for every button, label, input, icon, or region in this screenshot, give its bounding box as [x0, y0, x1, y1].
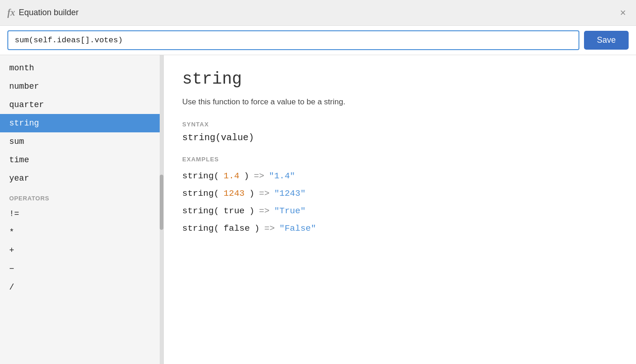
ex2-prefix: string(: [182, 185, 219, 202]
ex2-arrow: =>: [259, 185, 270, 202]
ex1-result: "1.4": [269, 167, 295, 185]
ex1-suffix: ): [244, 167, 249, 185]
sidebar-item-month[interactable]: month: [0, 59, 163, 77]
sidebar-item-neq[interactable]: !=: [0, 205, 163, 223]
scrollbar-track: [160, 55, 163, 364]
ex1-prefix: string(: [182, 167, 219, 185]
syntax-block: string(value): [182, 132, 618, 143]
content-title: string: [182, 70, 618, 89]
title-area: fx Equation builder: [7, 7, 79, 18]
main-area: month number quarter string sum time yea…: [0, 55, 636, 364]
sidebar-item-mul[interactable]: *: [0, 223, 163, 241]
fx-icon: fx: [7, 7, 15, 18]
example-4: string(false) => "False": [182, 220, 618, 237]
sidebar: month number quarter string sum time yea…: [0, 55, 164, 364]
content-description: Use this function to force a value to be…: [182, 96, 618, 108]
equation-input[interactable]: [7, 30, 579, 50]
equation-builder-dialog: fx Equation builder × Save month number …: [0, 0, 636, 364]
content-panel: string Use this function to force a valu…: [164, 55, 636, 364]
examples-block: string(1.4) => "1.4" string(1243) => "12…: [182, 167, 618, 237]
ex4-text: false: [224, 220, 250, 237]
ex1-arrow: =>: [254, 167, 264, 185]
ex2-suffix: ): [249, 185, 254, 202]
sidebar-item-string[interactable]: string: [0, 114, 163, 132]
sidebar-item-sub[interactable]: −: [0, 260, 163, 278]
dialog-title: Equation builder: [19, 8, 79, 17]
ex4-result: "False": [279, 220, 316, 237]
sidebar-item-number[interactable]: number: [0, 77, 163, 96]
close-button[interactable]: ×: [617, 7, 629, 19]
ex1-num: 1.4: [224, 167, 239, 185]
ex3-prefix: string(: [182, 202, 219, 220]
operators-section-label: OPERATORS: [0, 188, 163, 205]
syntax-heading: SYNTAX: [182, 121, 618, 128]
sidebar-item-year[interactable]: year: [0, 169, 163, 188]
scrollbar-thumb[interactable]: [160, 175, 163, 230]
example-2: string(1243) => "1243": [182, 185, 618, 202]
ex3-arrow: =>: [259, 202, 270, 220]
sidebar-item-sum[interactable]: sum: [0, 132, 163, 151]
ex3-suffix: ): [249, 202, 254, 220]
example-1: string(1.4) => "1.4": [182, 167, 618, 185]
sidebar-item-time[interactable]: time: [0, 151, 163, 169]
save-button[interactable]: Save: [584, 31, 629, 50]
example-3: string(true) => "True": [182, 202, 618, 220]
input-row: Save: [0, 26, 636, 55]
ex2-num: 1243: [224, 185, 245, 202]
ex3-text: true: [224, 202, 245, 220]
dialog-header: fx Equation builder ×: [0, 0, 636, 26]
ex4-arrow: =>: [264, 220, 275, 237]
sidebar-item-quarter[interactable]: quarter: [0, 96, 163, 114]
sidebar-item-add[interactable]: +: [0, 241, 163, 260]
ex4-suffix: ): [254, 220, 260, 237]
sidebar-item-div[interactable]: /: [0, 278, 163, 296]
ex3-result: "True": [274, 202, 306, 220]
ex4-prefix: string(: [182, 220, 219, 237]
examples-heading: EXAMPLES: [182, 156, 618, 163]
ex2-result: "1243": [274, 185, 306, 202]
